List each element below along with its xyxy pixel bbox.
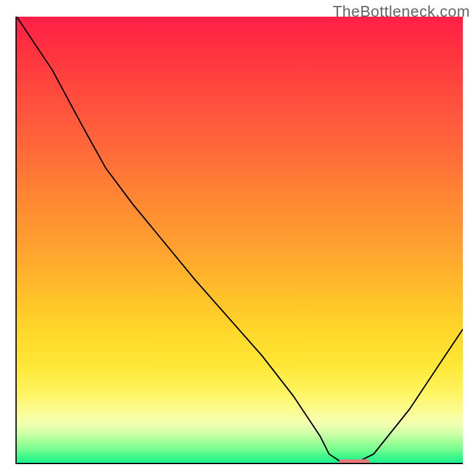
plot-area — [15, 17, 463, 464]
bottleneck-curve — [17, 17, 463, 463]
watermark-text: TheBottleneck.com — [333, 2, 470, 21]
optimal-range-marker — [339, 459, 370, 464]
chart-container: TheBottleneck.com — [0, 0, 476, 476]
